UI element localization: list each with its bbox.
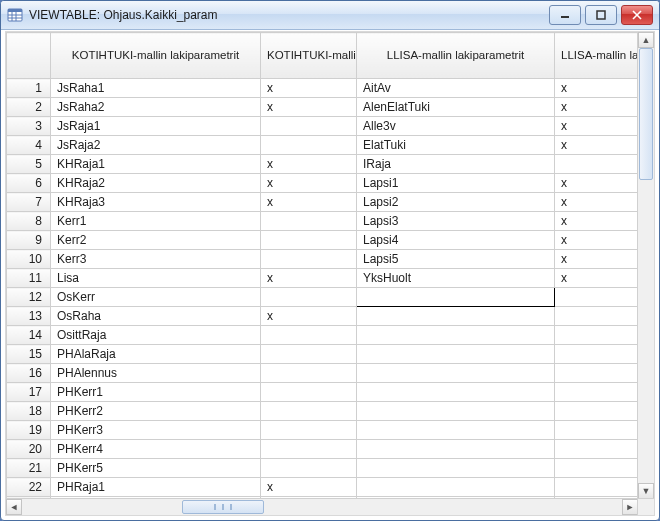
cell-c2[interactable]: x [261,478,357,497]
cell-c3[interactable]: Lapsi5 [357,250,555,269]
col-header-c1[interactable]: KOTIHTUKI-mallin lakiparametrit [51,33,261,79]
row-header[interactable]: 4 [7,136,51,155]
cell-c4[interactable] [555,440,639,459]
cell-c3[interactable]: Lapsi4 [357,231,555,250]
cell-c2[interactable] [261,402,357,421]
table-row[interactable]: 16PHAlennus [7,364,639,383]
cell-c2[interactable] [261,212,357,231]
table-row[interactable]: 5KHRaja1xIRaja [7,155,639,174]
col-header-c2[interactable]: KOTIHTUKI-mallin lakiparametrien muunnok… [261,33,357,79]
cell-c4[interactable]: x [555,174,639,193]
cell-c1[interactable]: PHAlennus [51,364,261,383]
row-header[interactable]: 1 [7,79,51,98]
row-header[interactable]: 5 [7,155,51,174]
table-row[interactable]: 6KHRaja2xLapsi1x [7,174,639,193]
cell-c4[interactable]: x [555,117,639,136]
scroll-left-button[interactable]: ◄ [6,499,22,515]
cell-c1[interactable]: PHAlaRaja [51,345,261,364]
scroll-down-button[interactable]: ▼ [638,483,654,499]
cell-c1[interactable]: PHKerr5 [51,459,261,478]
cell-c2[interactable]: x [261,155,357,174]
row-header[interactable]: 13 [7,307,51,326]
cell-c2[interactable]: x [261,193,357,212]
row-header[interactable]: 9 [7,231,51,250]
table-row[interactable]: 20PHKerr4 [7,440,639,459]
cell-c2[interactable] [261,459,357,478]
table-row[interactable]: 2JsRaha2xAlenElatTukix [7,98,639,117]
cell-c3[interactable] [357,383,555,402]
col-header-c3[interactable]: LLISA-mallin lakiparametrit [357,33,555,79]
cell-c4[interactable] [555,402,639,421]
row-header[interactable]: 16 [7,364,51,383]
cell-c1[interactable]: PHKerr2 [51,402,261,421]
data-grid[interactable]: KOTIHTUKI-mallin lakiparametrit KOTIHTUK… [6,32,638,499]
cell-c3[interactable] [357,288,555,307]
maximize-button[interactable] [585,5,617,25]
horizontal-scroll-thumb[interactable] [182,500,264,514]
cell-c4[interactable] [555,326,639,345]
cell-c2[interactable] [261,383,357,402]
vertical-scrollbar[interactable]: ▲ ▼ [637,32,654,499]
table-row[interactable]: 22PHRaja1x [7,478,639,497]
row-header[interactable]: 11 [7,269,51,288]
horizontal-scrollbar[interactable]: ◄ ► [6,498,638,515]
table-row[interactable]: 7KHRaja3xLapsi2x [7,193,639,212]
cell-c4[interactable]: x [555,250,639,269]
scroll-up-button[interactable]: ▲ [638,32,654,48]
cell-c1[interactable]: JsRaha1 [51,79,261,98]
cell-c2[interactable] [261,345,357,364]
cell-c3[interactable] [357,478,555,497]
cell-c2[interactable] [261,250,357,269]
cell-c1[interactable]: OsRaha [51,307,261,326]
row-header[interactable]: 12 [7,288,51,307]
row-header[interactable]: 14 [7,326,51,345]
cell-c4[interactable] [555,383,639,402]
close-button[interactable] [621,5,653,25]
cell-c3[interactable] [357,326,555,345]
row-header[interactable]: 15 [7,345,51,364]
minimize-button[interactable] [549,5,581,25]
scroll-right-button[interactable]: ► [622,499,638,515]
cell-c4[interactable] [555,155,639,174]
table-row[interactable]: 4JsRaja2ElatTukix [7,136,639,155]
cell-c1[interactable]: JsRaha2 [51,98,261,117]
table-row[interactable]: 10Kerr3Lapsi5x [7,250,639,269]
cell-c4[interactable] [555,421,639,440]
row-header[interactable]: 6 [7,174,51,193]
table-row[interactable]: 13OsRahax [7,307,639,326]
row-header[interactable]: 18 [7,402,51,421]
cell-c1[interactable]: PHKerr1 [51,383,261,402]
cell-c3[interactable]: Lapsi2 [357,193,555,212]
cell-c3[interactable]: AlenElatTuki [357,98,555,117]
cell-c3[interactable]: IRaja [357,155,555,174]
cell-c1[interactable]: PHKerr3 [51,421,261,440]
row-header[interactable]: 3 [7,117,51,136]
cell-c3[interactable] [357,364,555,383]
table-row[interactable]: 18PHKerr2 [7,402,639,421]
cell-c4[interactable] [555,364,639,383]
cell-c3[interactable] [357,459,555,478]
table-row[interactable]: 21PHKerr5 [7,459,639,478]
cell-c2[interactable] [261,364,357,383]
table-row[interactable]: 8Kerr1Lapsi3x [7,212,639,231]
vertical-scroll-track[interactable] [638,48,654,483]
cell-c1[interactable]: JsRaja2 [51,136,261,155]
cell-c2[interactable] [261,117,357,136]
row-header[interactable]: 19 [7,421,51,440]
cell-c2[interactable] [261,421,357,440]
row-header[interactable]: 21 [7,459,51,478]
cell-c2[interactable] [261,136,357,155]
table-row[interactable]: 15PHAlaRaja [7,345,639,364]
cell-c4[interactable]: x [555,98,639,117]
cell-c3[interactable]: ElatTuki [357,136,555,155]
cell-c4[interactable]: x [555,136,639,155]
cell-c1[interactable]: Kerr3 [51,250,261,269]
cell-c4[interactable]: x [555,231,639,250]
cell-c4[interactable] [555,307,639,326]
cell-c3[interactable]: Lapsi3 [357,212,555,231]
row-header[interactable]: 22 [7,478,51,497]
table-row[interactable]: 17PHKerr1 [7,383,639,402]
cell-c1[interactable]: KHRaja1 [51,155,261,174]
row-header[interactable]: 7 [7,193,51,212]
cell-c2[interactable] [261,288,357,307]
